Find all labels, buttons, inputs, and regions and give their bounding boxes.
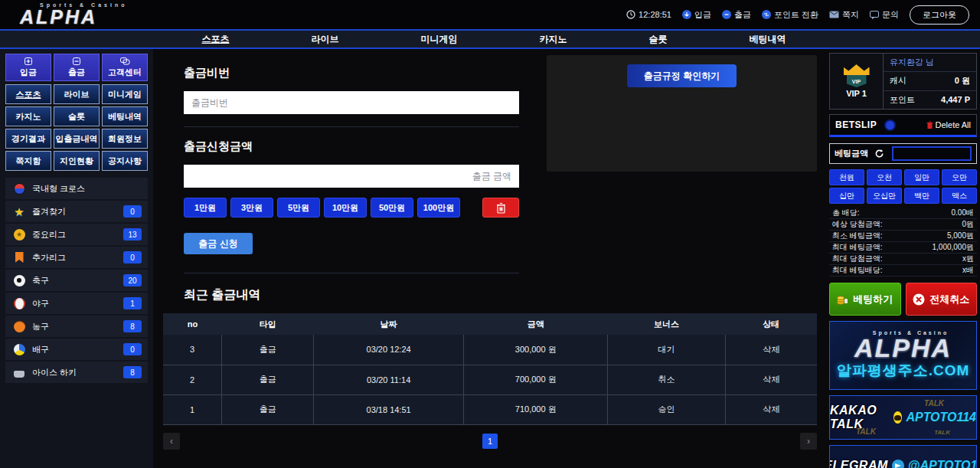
bookmark-icon — [15, 252, 24, 263]
betslip-toggle[interactable] — [884, 119, 896, 131]
amount-10k-button[interactable]: 1만원 — [184, 198, 227, 218]
menu-results[interactable]: 경기결과 — [5, 129, 51, 149]
quick-max-button[interactable]: 맥스 — [942, 188, 977, 204]
header-inquiry[interactable]: 문의 — [870, 9, 899, 21]
table-header-row: no 타입 날짜 금액 보너스 상태 — [163, 313, 817, 335]
taegeuk-icon — [14, 183, 25, 195]
coins-icon — [837, 294, 848, 305]
menu-slot[interactable]: 슬롯 — [54, 106, 100, 126]
kakao-icon — [893, 411, 902, 424]
delete-row-cell[interactable]: 삭제 — [725, 365, 817, 394]
menu-sports[interactable]: 스포츠 — [5, 84, 51, 104]
count-badge: 8 — [123, 320, 142, 332]
right-sidebar: VIP VIP 1 유지환강 님 캐시 0 원 포인트 4,447 P BETS… — [827, 49, 980, 468]
header-inquiry-label: 문의 — [882, 9, 899, 21]
nav-casino[interactable]: 카지노 — [540, 33, 567, 46]
amount-50k-button[interactable]: 5만원 — [277, 198, 320, 218]
logout-button[interactable]: 로그아웃 — [910, 5, 969, 25]
sidebar-item-ice-hockey[interactable]: 아이스 하키 8 — [5, 362, 148, 383]
basketball-icon — [14, 321, 25, 332]
nav-minigame[interactable]: 미니게임 — [421, 33, 458, 46]
quick-withdraw-button[interactable]: 출금 — [54, 54, 100, 81]
menu-bet-history[interactable]: 베팅내역 — [102, 106, 148, 126]
withdraw-password-title: 출금비번 — [184, 66, 519, 80]
menu-transactions[interactable]: 입출금내역 — [54, 129, 100, 149]
next-page-button[interactable]: › — [800, 433, 817, 450]
amount-30k-button[interactable]: 3만원 — [230, 198, 273, 218]
quick-support-button[interactable]: 고객센터 — [102, 54, 148, 81]
quick-500000-button[interactable]: 오십만 — [867, 188, 902, 204]
amount-500k-button[interactable]: 50만원 — [371, 198, 413, 218]
quick-1000000-button[interactable]: 백만 — [904, 188, 939, 204]
telegram-banner[interactable]: TELEGRAM @APTOTO114 — [829, 445, 977, 468]
menu-live[interactable]: 라이브 — [54, 84, 100, 104]
chat-icon — [870, 11, 879, 19]
cancel-x-icon — [913, 293, 925, 306]
withdraw-amount-input[interactable] — [184, 165, 519, 188]
sidebar-item-basketball[interactable]: 농구 8 — [5, 316, 148, 337]
menu-casino[interactable]: 카지노 — [5, 106, 51, 126]
menu-messages[interactable]: 쪽지함 — [5, 151, 51, 171]
sidebar-item-extra-leagues[interactable]: 추가리그 0 — [5, 247, 148, 268]
alpha-banner-brand: ALPHA — [854, 335, 952, 360]
refresh-icon[interactable] — [874, 149, 884, 159]
withdraw-password-input[interactable] — [184, 91, 519, 114]
nav-bet-history[interactable]: 베팅내역 — [750, 33, 786, 46]
sidebar-item-baseball[interactable]: 야구 1 — [5, 293, 148, 314]
header-message-label: 쪽지 — [842, 9, 859, 21]
alpha-banner[interactable]: Sports & Casino ALPHA 알파평생주소.COM — [829, 321, 977, 390]
amount-100k-button[interactable]: 10만원 — [324, 198, 367, 218]
volleyball-icon — [14, 344, 25, 355]
count-badge: 20 — [123, 274, 142, 286]
quick-1000-button[interactable]: 천원 — [829, 169, 864, 185]
header-withdraw-label: 출금 — [734, 9, 751, 21]
quick-100000-button[interactable]: 십만 — [829, 188, 864, 204]
alpha-logo[interactable]: Sports & Casino ALPHA — [20, 2, 127, 27]
quick-bet-amounts: 천원 오천 일만 오만 십만 오십만 백만 맥스 — [829, 169, 977, 204]
clear-amount-button[interactable] — [482, 198, 519, 218]
place-bet-button[interactable]: 베팅하기 — [829, 283, 901, 316]
delete-all-button[interactable]: Delete All — [926, 120, 971, 129]
bet-amount-input[interactable] — [892, 146, 972, 161]
nav-sports[interactable]: 스포츠 — [202, 33, 230, 46]
withdraw-history-section: 최근 출금내역 no 타입 날짜 금액 보너스 상태 3 출금 — [163, 287, 817, 450]
vip-shield-icon: VIP — [847, 75, 867, 87]
cancel-all-button[interactable]: 전체취소 — [906, 283, 978, 316]
menu-referrals[interactable]: 지인현황 — [54, 151, 100, 171]
quick-50000-button[interactable]: 오만 — [942, 169, 977, 185]
sidebar-item-domestic-cross[interactable]: 국내형 크로스 — [5, 178, 148, 199]
withdraw-submit-button[interactable]: 출금 신청 — [184, 233, 253, 254]
quick-deposit-button[interactable]: 입금 — [5, 54, 51, 81]
count-badge: 8 — [123, 366, 142, 378]
header-point-transfer[interactable]: 포인트 전환 — [762, 9, 818, 21]
clock: 12:28:51 — [626, 10, 671, 19]
prev-page-button[interactable]: ‹ — [163, 433, 180, 450]
bet-amount-label: 베팅금액 — [835, 148, 868, 159]
menu-notices[interactable]: 공지사항 — [102, 151, 148, 171]
menu-minigame[interactable]: 미니게임 — [102, 84, 148, 104]
table-row: 1 출금 03/18 14:51 710,000 원 승인 삭제 — [163, 394, 817, 424]
delete-row-cell[interactable]: 삭제 — [725, 335, 817, 365]
sidebar-item-volleyball[interactable]: 배구 0 — [5, 339, 148, 360]
menu-member-info[interactable]: 회원정보 — [102, 129, 148, 149]
sidebar-item-soccer[interactable]: 축구 20 — [5, 270, 148, 291]
quick-5000-button[interactable]: 오천 — [867, 169, 902, 185]
quick-10000-button[interactable]: 일만 — [904, 169, 939, 185]
sidebar-item-favorites[interactable]: ★ 즐겨찾기 0 — [5, 201, 148, 222]
cash-label: 캐시 — [890, 75, 906, 87]
header-withdraw[interactable]: 출금 — [722, 9, 751, 21]
header-message[interactable]: 쪽지 — [829, 9, 859, 21]
withdraw-rules-button[interactable]: 출금규정 확인하기 — [627, 64, 737, 87]
kakao-handle: APTOTO114 — [906, 411, 976, 424]
sidebar-item-major-leagues[interactable]: ★ 중요리그 13 — [5, 224, 148, 245]
page-number-button[interactable]: 1 — [482, 434, 498, 449]
bet-stats: 총 배당:0.00배 예상 당첨금액:0원 최소 베팅금액:5,000원 최대 … — [829, 208, 977, 277]
header-point-transfer-label: 포인트 전환 — [774, 9, 818, 21]
header-deposit[interactable]: 입금 — [682, 9, 711, 21]
amount-1m-button[interactable]: 100만원 — [417, 198, 460, 218]
delete-row-cell[interactable]: 삭제 — [725, 394, 817, 424]
nav-live[interactable]: 라이브 — [312, 33, 339, 46]
kakao-banner[interactable]: TALK KAKAO TALK APTOTO114 TALK TALK — [829, 395, 977, 440]
clock-icon — [626, 10, 635, 19]
nav-slot[interactable]: 슬롯 — [649, 33, 668, 46]
